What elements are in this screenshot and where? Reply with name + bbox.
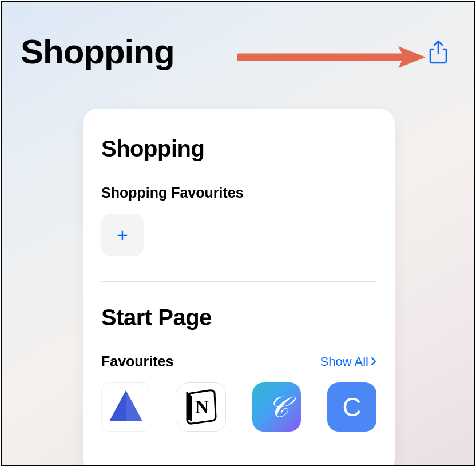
card-section-title-startpage: Start Page: [101, 305, 376, 330]
header: Shopping: [2, 2, 474, 71]
share-button[interactable]: [426, 39, 451, 65]
show-all-button[interactable]: Show All: [320, 354, 376, 369]
add-favourite-button[interactable]: +: [101, 214, 144, 256]
divider: [101, 281, 376, 282]
triangle-icon: [107, 389, 145, 425]
svg-text:N: N: [195, 396, 209, 417]
favourites-heading: Favourites: [101, 353, 173, 370]
favourite-tile-4[interactable]: C: [327, 382, 376, 432]
content-card: Shopping Shopping Favourites + Start Pag…: [83, 109, 395, 466]
chevron-right-icon: [371, 354, 376, 369]
canva-c-icon: 𝒞: [266, 390, 287, 424]
letter-c-icon: C: [343, 392, 362, 422]
favourite-tile-3[interactable]: 𝒞: [252, 382, 302, 432]
favourites-tiles: N 𝒞 C: [101, 382, 376, 432]
app-frame: Shopping Shopping Shopping Favourites + …: [1, 1, 475, 466]
notion-n-icon: N: [181, 386, 221, 428]
favourite-tile-1[interactable]: [101, 382, 150, 432]
favourite-tile-2[interactable]: N: [177, 382, 226, 432]
favourites-row-header: Favourites Show All: [101, 353, 376, 370]
show-all-label: Show All: [320, 354, 368, 369]
card-section-title-shopping: Shopping: [101, 136, 376, 162]
share-icon: [428, 40, 449, 64]
plus-icon: +: [117, 225, 128, 245]
page-title: Shopping: [21, 32, 174, 71]
shopping-favourites-heading: Shopping Favourites: [101, 185, 376, 201]
